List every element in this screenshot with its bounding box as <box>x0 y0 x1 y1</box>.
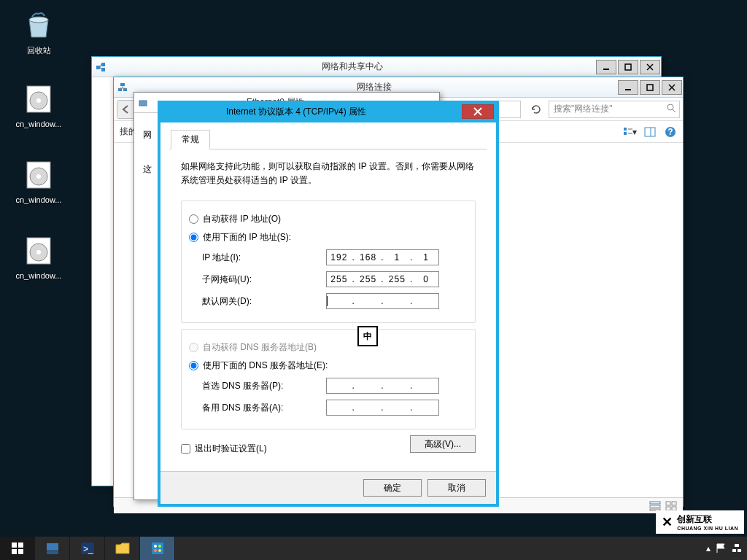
desktop-icon-iso-3[interactable]: cn_window... <box>13 233 64 280</box>
desktop-icon-label: cn_window... <box>13 271 64 280</box>
svg-rect-48 <box>12 542 17 548</box>
search-input[interactable]: 搜索"网络连接" <box>549 101 680 118</box>
svg-rect-50 <box>12 549 17 554</box>
radio-input[interactable] <box>189 233 198 242</box>
desktop-icon-iso-2[interactable]: cn_window... <box>13 158 64 204</box>
svg-point-59 <box>154 549 157 552</box>
svg-rect-12 <box>101 68 105 71</box>
svg-point-9 <box>36 250 41 254</box>
desktop-icon-iso-1[interactable]: cn_window... <box>13 82 64 128</box>
desktop-icon-label: cn_window... <box>13 120 64 128</box>
titlebar[interactable]: Internet 协议版本 4 (TCP/IPv4) 属性 <box>160 101 496 122</box>
refresh-button[interactable] <box>527 100 546 119</box>
close-button[interactable] <box>662 80 682 95</box>
svg-point-58 <box>158 545 161 548</box>
help-button[interactable]: ? <box>662 124 678 140</box>
svg-rect-63 <box>735 544 739 547</box>
tab-general[interactable]: 常规 <box>171 130 210 149</box>
svg-text:?: ? <box>667 127 673 137</box>
ime-indicator[interactable]: 中 <box>357 326 378 346</box>
svg-rect-45 <box>139 101 147 106</box>
close-button[interactable] <box>640 60 660 74</box>
recycle-bin-icon <box>21 7 56 42</box>
minimize-button[interactable] <box>618 80 638 95</box>
radio-label: 自动获得 DNS 服务器地址(B) <box>203 341 317 354</box>
checkbox-input[interactable] <box>181 444 190 454</box>
search-placeholder: 搜索"网络连接" <box>554 103 613 115</box>
tray-flag-icon[interactable] <box>715 542 727 554</box>
ok-button[interactable]: 确定 <box>363 479 422 497</box>
details-view-icon[interactable] <box>649 501 661 511</box>
radio-manual-dns[interactable]: 使用下面的 DNS 服务器地址(E): <box>189 359 468 372</box>
system-tray[interactable]: ▴ <box>706 537 747 560</box>
ime-text: 中 <box>363 330 372 343</box>
brand-sub: CHUANG XIN HU LIAN <box>677 526 738 531</box>
preview-pane-button[interactable] <box>642 124 658 140</box>
taskbar-explorer[interactable] <box>105 537 140 560</box>
disc-icon <box>21 233 56 268</box>
radio-manual-ip[interactable]: 使用下面的 IP 地址(S): <box>189 231 468 244</box>
input-ip-address[interactable]: 192. 168. 1. 1 <box>326 249 439 265</box>
tray-arrow-icon[interactable]: ▴ <box>706 543 711 553</box>
svg-rect-56 <box>152 542 163 554</box>
svg-point-28 <box>667 104 673 110</box>
tiles-view-icon[interactable] <box>665 501 677 511</box>
svg-rect-38 <box>650 502 660 504</box>
label-alternate-dns: 备用 DNS 服务器(A): <box>202 402 326 414</box>
svg-text:>_: >_ <box>83 544 93 554</box>
svg-rect-31 <box>624 132 627 135</box>
taskbar-server-manager[interactable] <box>35 537 70 560</box>
input-default-gateway[interactable]: . . . <box>326 293 439 309</box>
svg-line-29 <box>673 109 676 112</box>
desktop-icon-label: 回收站 <box>13 45 64 56</box>
radio-input[interactable] <box>189 214 198 224</box>
maximize-button[interactable] <box>618 60 638 74</box>
label-preferred-dns: 首选 DNS 服务器(P): <box>202 380 326 392</box>
svg-rect-43 <box>666 507 670 510</box>
checkbox-label: 退出时验证设置(L) <box>195 443 267 455</box>
cancel-button[interactable]: 取消 <box>427 479 486 497</box>
maximize-button[interactable] <box>640 80 660 95</box>
radio-auto-ip[interactable]: 自动获得 IP 地址(O) <box>189 213 468 225</box>
view-options-button[interactable]: ▾ <box>622 124 638 140</box>
input-alternate-dns[interactable]: . . . <box>326 400 439 416</box>
taskbar[interactable]: >_ ▴ <box>0 537 747 560</box>
svg-rect-25 <box>647 85 653 90</box>
svg-rect-42 <box>672 502 676 505</box>
app-icon <box>114 82 131 93</box>
dialog-title: Internet 协议版本 4 (TCP/IPv4) 属性 <box>160 106 461 118</box>
dialog-ipv4-properties[interactable]: Internet 协议版本 4 (TCP/IPv4) 属性 常规 如果网络支持此… <box>158 101 499 507</box>
input-preferred-dns[interactable]: . . . <box>326 378 439 394</box>
checkbox-validate-on-exit[interactable]: 退出时验证设置(L) <box>181 443 267 455</box>
svg-rect-41 <box>666 502 670 505</box>
radio-label: 使用下面的 DNS 服务器地址(E): <box>203 359 328 372</box>
svg-rect-19 <box>118 88 122 91</box>
taskbar-control-panel[interactable] <box>140 537 175 560</box>
svg-rect-21 <box>120 83 125 86</box>
advanced-button[interactable]: 高级(V)... <box>410 435 476 453</box>
label-ip-address: IP 地址(I): <box>202 252 326 264</box>
disc-icon <box>21 82 56 117</box>
minimize-button[interactable] <box>596 60 616 74</box>
radio-label: 自动获得 IP 地址(O) <box>203 213 281 225</box>
svg-rect-51 <box>18 549 23 554</box>
svg-rect-62 <box>738 549 741 552</box>
taskbar-powershell[interactable]: >_ <box>70 537 105 560</box>
start-button[interactable] <box>0 537 35 560</box>
svg-point-0 <box>29 17 48 23</box>
tray-network-icon[interactable] <box>731 542 743 554</box>
radio-input[interactable] <box>189 361 198 370</box>
input-subnet-mask[interactable]: 255. 255. 255. 0 <box>326 271 439 287</box>
close-button[interactable] <box>462 104 494 119</box>
svg-point-57 <box>154 545 157 548</box>
watermark-logo: ✕ 创新互联 CHUANG XIN HU LIAN <box>656 510 744 534</box>
desktop-icon-recycle-bin[interactable]: 回收站 <box>13 7 64 56</box>
svg-rect-44 <box>672 507 676 510</box>
dialog-button-bar: 确定 取消 <box>160 471 496 504</box>
radio-input <box>189 343 198 352</box>
titlebar[interactable]: 网络和共享中心 <box>92 57 661 77</box>
window-title: 网络和共享中心 <box>109 61 595 73</box>
radio-label: 使用下面的 IP 地址(S): <box>203 231 291 244</box>
label-default-gateway: 默认网关(D): <box>202 295 326 308</box>
svg-rect-49 <box>18 542 23 548</box>
